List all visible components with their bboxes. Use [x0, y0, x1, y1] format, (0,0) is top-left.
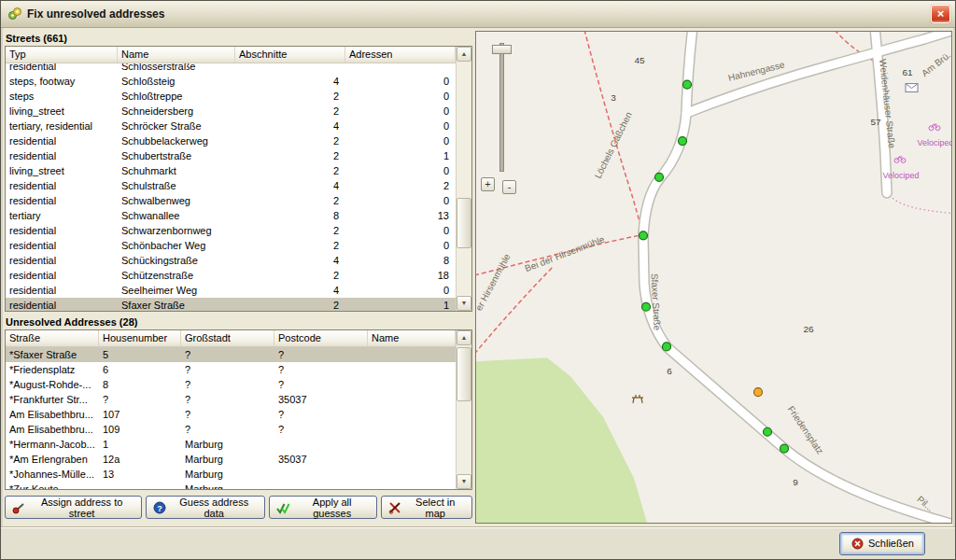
table-cell: 4 [235, 178, 345, 193]
scrollbar-track[interactable] [457, 62, 471, 296]
table-row[interactable]: steps, footwaySchloßsteig40 [6, 74, 456, 89]
table-cell: ? [181, 377, 274, 392]
table-row[interactable]: *Zur KeuteMarburg [6, 482, 456, 489]
map-node-green[interactable] [764, 427, 772, 436]
table-row[interactable]: tertiarySchwanallee813 [6, 208, 456, 223]
table-row[interactable]: Am Elisabethbru...109?? [6, 422, 456, 437]
column-header-abschnitte[interactable]: Abschnitte [235, 47, 345, 63]
scrollbar-track[interactable] [457, 345, 471, 474]
map-node-green[interactable] [679, 137, 687, 146]
map-housenumber-label: 9 [793, 477, 798, 487]
table-row[interactable]: tertiary, residentialSchröcker Straße40 [6, 119, 456, 133]
table-cell: Schlosserstraße [118, 63, 235, 74]
table-row[interactable]: *Frankfurter Str...??35037 [6, 392, 456, 407]
table-cell: ? [181, 362, 274, 377]
table-row[interactable]: residentialSchützenstraße218 [6, 268, 456, 283]
table-row[interactable]: *August-Rohde-...8?? [6, 377, 456, 392]
column-header-postcode[interactable]: Postcode [274, 330, 368, 346]
zoom-out-button[interactable]: - [502, 180, 516, 194]
column-header-housenumber[interactable]: Housenumber [99, 330, 181, 346]
map-canvas[interactable]: HahnengasseWeidenhäuser StraßeAm Brü...L… [476, 32, 951, 523]
table-row[interactable]: *Am Erlengraben12aMarburg35037 [6, 452, 456, 467]
table-row[interactable]: residentialSchlosserstraße [6, 63, 456, 74]
table-cell: Schneidersberg [118, 104, 235, 119]
table-row[interactable]: residentialSchwalbenweg20 [6, 193, 456, 208]
table-row[interactable]: residentialSeelheimer Weg40 [6, 283, 456, 298]
table-cell: 2 [235, 223, 345, 238]
table-row[interactable]: residentialSchückingstraße48 [6, 253, 456, 268]
table-cell: 8 [99, 377, 181, 392]
table-cell: 0 [345, 223, 456, 238]
table-cell: residential [6, 238, 118, 253]
schliessen-button[interactable]: Schließen [839, 532, 925, 555]
select-in-map-button[interactable]: Select in map [381, 496, 472, 519]
scroll-up-icon[interactable]: ▲ [457, 330, 471, 345]
zoom-slider-handle[interactable] [492, 45, 512, 54]
table-row[interactable]: living_streetSchuhmarkt20 [6, 163, 456, 178]
table-cell: residential [6, 253, 118, 268]
left-panel: Streets (661) Typ Name Abschnitte Adress… [1, 28, 474, 526]
map-node-orange[interactable] [754, 388, 763, 397]
table-row[interactable]: residentialSchubbelackerweg20 [6, 133, 456, 148]
table-cell [235, 63, 345, 74]
apply-all-guesses-button[interactable]: Apply all guesses [269, 496, 377, 519]
table-cell: 0 [345, 283, 456, 298]
map-node-green[interactable] [683, 80, 692, 89]
table-row[interactable]: residentialSchubertstraße21 [6, 148, 456, 163]
table-cell: ? [274, 347, 368, 362]
streets-table-viewport: residentialSchlosserstraßesteps, footway… [6, 63, 456, 311]
table-row[interactable]: residentialSchwarzenbornweg20 [6, 223, 456, 238]
button-label: Apply all guesses [294, 497, 370, 519]
map-node-green[interactable] [780, 444, 789, 453]
scroll-up-icon[interactable]: ▲ [457, 47, 471, 62]
table-row[interactable]: *Sfaxer Straße5?? [6, 347, 456, 362]
map-node-green[interactable] [640, 231, 648, 240]
column-header-strasse[interactable]: Straße [6, 330, 99, 346]
table-row[interactable]: living_streetSchneidersberg20 [6, 104, 456, 119]
table-row[interactable]: Am Elisabethbru...107?? [6, 407, 456, 422]
button-label: Guess address data [170, 497, 258, 519]
scroll-down-icon[interactable]: ▼ [457, 474, 471, 489]
table-row[interactable]: *Johannes-Mülle...13Marburg [6, 467, 456, 482]
map-panel[interactable]: HahnengasseWeidenhäuser StraßeAm Brü...L… [475, 31, 952, 524]
map-poi-label: Velociped [883, 171, 920, 180]
table-cell: *Zur Keute [6, 482, 99, 489]
column-header-grossstadt[interactable]: Großstadt [181, 330, 274, 346]
table-cell: 12a [99, 452, 181, 467]
column-header-typ[interactable]: Typ [6, 47, 118, 63]
column-header-name[interactable]: Name [118, 47, 235, 63]
app-icon [7, 7, 22, 21]
svg-text:?: ? [157, 503, 162, 512]
map-node-green[interactable] [642, 302, 651, 311]
table-row[interactable]: *Friedensplatz6?? [6, 362, 456, 377]
close-icon[interactable]: × [931, 5, 950, 23]
table-row[interactable]: *Hermann-Jacob...1Marburg [6, 437, 456, 452]
column-header-adressen[interactable]: Adressen [345, 47, 456, 63]
table-cell: 35037 [274, 452, 368, 467]
addresses-scrollbar[interactable]: ▲ ▼ [456, 330, 471, 489]
table-cell [368, 422, 456, 437]
table-cell: ? [181, 422, 274, 437]
guess-address-data-button[interactable]: ? Guess address data [146, 496, 265, 519]
scrollbar-thumb[interactable] [457, 347, 471, 401]
map-housenumber-label: 3 [611, 92, 616, 103]
streets-scrollbar[interactable]: ▲ ▼ [456, 47, 471, 311]
table-cell [368, 392, 456, 407]
zoom-slider[interactable] [499, 43, 504, 172]
table-cell: 2 [235, 238, 345, 253]
table-row[interactable]: residentialSchulstraße42 [6, 178, 456, 193]
column-header-name[interactable]: Name [368, 330, 456, 346]
map-node-green[interactable] [663, 343, 671, 351]
table-cell: 0 [345, 163, 456, 178]
table-row[interactable]: stepsSchloßtreppe20 [6, 89, 456, 104]
table-row[interactable]: residentialSfaxer Straße21 [6, 298, 456, 311]
table-cell: 2 [235, 89, 345, 104]
table-cell: ? [181, 392, 274, 407]
table-row[interactable]: residentialSchönbacher Weg20 [6, 238, 456, 253]
scrollbar-thumb[interactable] [457, 198, 471, 248]
map-node-green[interactable] [655, 173, 664, 181]
assign-address-to-street-button[interactable]: Assign address to street [5, 496, 142, 519]
table-cell: Schwanallee [118, 208, 235, 223]
scroll-down-icon[interactable]: ▼ [457, 296, 471, 311]
zoom-in-button[interactable]: + [481, 177, 495, 191]
